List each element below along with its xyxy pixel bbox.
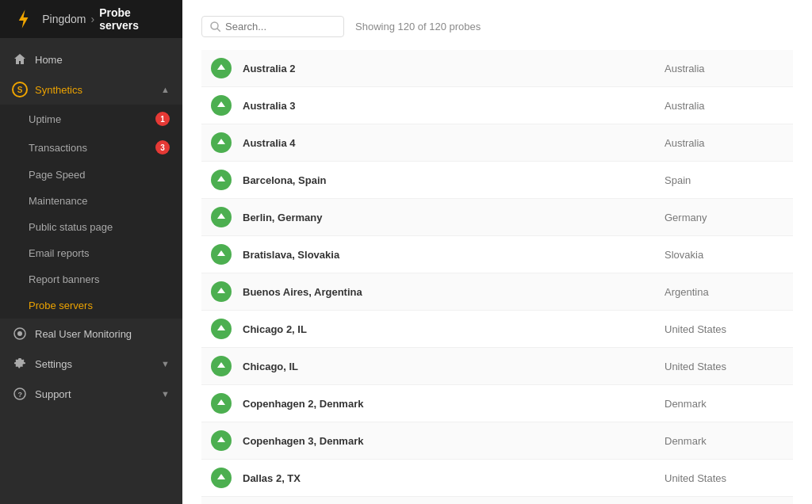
probe-country: Australia bbox=[665, 63, 783, 74]
status-icon bbox=[211, 244, 232, 265]
up-arrow-icon bbox=[216, 286, 227, 297]
status-icon bbox=[211, 356, 232, 376]
sidebar-item-page-speed[interactable]: Page Speed bbox=[0, 162, 182, 188]
probe-name: Chicago, IL bbox=[243, 361, 653, 372]
status-icon bbox=[211, 58, 232, 78]
probe-name: Australia 2 bbox=[243, 63, 653, 74]
svg-line-6 bbox=[217, 29, 220, 32]
status-icon bbox=[211, 170, 232, 190]
up-arrow-icon bbox=[216, 323, 227, 334]
up-arrow-icon bbox=[216, 472, 227, 483]
settings-icon bbox=[13, 357, 27, 371]
toolbar: Showing 120 of 120 probes bbox=[201, 16, 793, 37]
sidebar-item-probe-servers[interactable]: Probe servers bbox=[0, 292, 182, 319]
home-icon bbox=[13, 52, 27, 67]
up-arrow-icon bbox=[216, 249, 227, 260]
status-icon bbox=[211, 207, 232, 227]
sidebar-item-support[interactable]: ? Support ▼ bbox=[0, 379, 182, 409]
probe-name: Australia 3 bbox=[243, 100, 653, 112]
breadcrumb: Pingdom › Probe servers bbox=[42, 6, 170, 32]
probe-country: Argentina bbox=[665, 286, 783, 298]
svg-text:?: ? bbox=[18, 391, 23, 399]
support-icon: ? bbox=[13, 387, 27, 401]
probe-row: Australia 4 Australia bbox=[201, 124, 793, 162]
probe-row: Barcelona, Spain Spain bbox=[201, 162, 793, 199]
chevron-down-settings-icon: ▼ bbox=[161, 359, 170, 368]
svg-marker-0 bbox=[19, 10, 29, 28]
status-icon bbox=[211, 468, 232, 488]
breadcrumb-separator: › bbox=[90, 13, 94, 25]
sidebar-item-email-reports[interactable]: Email reports bbox=[0, 240, 182, 266]
sidebar-label-rum: Real User Monitoring bbox=[35, 328, 132, 340]
sidebar-item-synthetics[interactable]: S Synthetics ▲ bbox=[0, 74, 182, 105]
public-status-label: Public status page bbox=[29, 221, 113, 233]
synthetics-icon: S bbox=[13, 82, 27, 97]
probe-name: Copenhagen 2, Denmark bbox=[243, 398, 653, 410]
probe-name: Bratislava, Slovakia bbox=[243, 249, 653, 261]
up-arrow-icon bbox=[216, 398, 227, 409]
status-icon bbox=[211, 430, 232, 451]
probe-name: Berlin, Germany bbox=[243, 212, 653, 223]
rum-icon bbox=[13, 326, 27, 341]
probe-country: Denmark bbox=[665, 398, 783, 410]
probe-country: United States bbox=[665, 472, 783, 484]
app-name: Pingdom bbox=[42, 13, 86, 25]
probe-country: United States bbox=[665, 361, 783, 372]
up-arrow-icon bbox=[216, 100, 227, 111]
sidebar-label-settings: Settings bbox=[35, 358, 72, 370]
maintenance-label: Maintenance bbox=[29, 195, 87, 207]
sidebar-item-uptime[interactable]: Uptime 1 bbox=[0, 105, 182, 133]
report-banners-label: Report banners bbox=[29, 273, 100, 285]
sidebar-item-home[interactable]: Home bbox=[0, 44, 182, 74]
app-header: Pingdom › Probe servers bbox=[0, 0, 182, 38]
sidebar-item-transactions[interactable]: Transactions 3 bbox=[0, 133, 182, 162]
status-icon bbox=[211, 281, 232, 302]
probe-name: Australia 4 bbox=[243, 137, 653, 149]
up-arrow-icon bbox=[216, 63, 227, 74]
sidebar-nav: Home S Synthetics ▲ Uptime 1 Transaction… bbox=[0, 38, 182, 504]
logo-icon bbox=[13, 8, 34, 30]
page-title: Probe servers bbox=[99, 6, 170, 32]
sidebar-item-public-status[interactable]: Public status page bbox=[0, 214, 182, 240]
probe-row: Chicago, IL United States bbox=[201, 348, 793, 385]
probe-country: Denmark bbox=[665, 435, 783, 447]
status-icon bbox=[211, 95, 232, 116]
probes-count: Showing 120 of 120 probes bbox=[355, 21, 481, 32]
search-input[interactable] bbox=[225, 21, 335, 32]
probe-row: Berlin, Germany Germany bbox=[201, 199, 793, 236]
probe-row: Copenhagen 3, Denmark Denmark bbox=[201, 422, 793, 460]
probe-row: Dallas, TX United States bbox=[201, 497, 793, 504]
page-speed-label: Page Speed bbox=[29, 169, 86, 181]
up-arrow-icon bbox=[216, 174, 227, 185]
probe-row: Copenhagen 2, Denmark Denmark bbox=[201, 385, 793, 422]
probe-name: Buenos Aires, Argentina bbox=[243, 286, 653, 298]
up-arrow-icon bbox=[216, 212, 227, 223]
sidebar-label-home: Home bbox=[35, 54, 63, 66]
email-reports-label: Email reports bbox=[29, 247, 90, 259]
chevron-down-support-icon: ▼ bbox=[161, 389, 170, 399]
probe-name: Dallas 2, TX bbox=[243, 472, 653, 484]
sidebar-item-rum[interactable]: Real User Monitoring bbox=[0, 319, 182, 349]
status-icon bbox=[211, 393, 232, 414]
up-arrow-icon bbox=[216, 361, 227, 372]
synthetics-submenu: Uptime 1 Transactions 3 Page Speed Maint… bbox=[0, 105, 182, 319]
probe-row: Australia 2 Australia bbox=[201, 50, 793, 87]
sidebar-item-settings[interactable]: Settings ▼ bbox=[0, 349, 182, 379]
transactions-badge: 3 bbox=[155, 140, 170, 155]
uptime-label: Uptime bbox=[29, 113, 61, 125]
status-icon bbox=[211, 132, 232, 153]
chevron-up-icon: ▲ bbox=[161, 85, 170, 94]
probe-country: Spain bbox=[665, 174, 783, 186]
probe-country: United States bbox=[665, 323, 783, 335]
sidebar: Pingdom › Probe servers Home S Synthetic… bbox=[0, 0, 182, 504]
probe-list-container: Showing 120 of 120 probes Australia 2 Au… bbox=[182, 0, 812, 504]
probe-row: Dallas 2, TX United States bbox=[201, 460, 793, 497]
sidebar-item-report-banners[interactable]: Report banners bbox=[0, 266, 182, 292]
search-box[interactable] bbox=[201, 16, 344, 37]
svg-point-2 bbox=[17, 331, 22, 336]
probe-country: Germany bbox=[665, 212, 783, 223]
probe-name: Chicago 2, IL bbox=[243, 323, 653, 335]
sidebar-label-synthetics: Synthetics bbox=[35, 84, 82, 96]
sidebar-item-maintenance[interactable]: Maintenance bbox=[0, 188, 182, 214]
up-arrow-icon bbox=[216, 137, 227, 148]
